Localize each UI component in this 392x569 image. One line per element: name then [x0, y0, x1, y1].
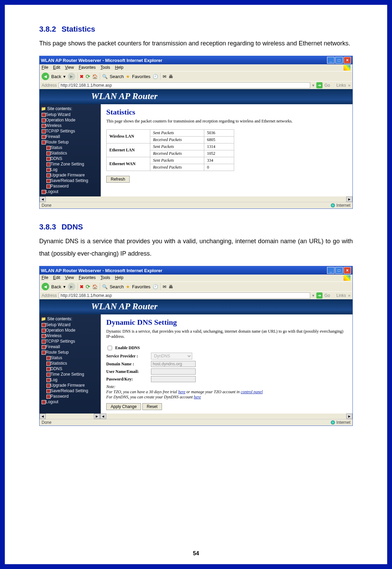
scroll-left-icon[interactable]: ◄: [40, 414, 46, 419]
history-icon[interactable]: 🕘: [153, 74, 158, 79]
sidebar-item-logout[interactable]: Logout: [41, 399, 99, 405]
sidebar-item-timezone[interactable]: Time Zone Setting: [41, 161, 99, 167]
close-icon[interactable]: ×: [344, 57, 351, 64]
scroll-left-icon[interactable]: ◄: [100, 414, 106, 419]
sidebar-item-operation-mode[interactable]: Operation Mode: [41, 328, 99, 333]
home-icon[interactable]: 🏠: [92, 74, 98, 79]
forward-icon[interactable]: ►: [68, 283, 75, 290]
menu-help[interactable]: Help: [115, 275, 123, 281]
provider-select[interactable]: DynDNS: [151, 353, 192, 359]
menu-tools[interactable]: Tools: [100, 275, 110, 281]
refresh-icon[interactable]: ⟳: [86, 283, 90, 290]
sidebar-item-firewall[interactable]: Firewall: [41, 134, 99, 139]
sidebar-item-upgrade[interactable]: Upgrade Firmware: [41, 383, 99, 388]
sidebar-item-setup-wizard[interactable]: Setup Wizard: [41, 322, 99, 328]
sidebar-item-firewall[interactable]: Firewall: [41, 344, 99, 350]
sidebar-item-statistics[interactable]: Statistics: [41, 150, 99, 156]
favorites-label[interactable]: Favorites: [132, 74, 150, 79]
note-link-control-panel[interactable]: control panel: [241, 389, 263, 394]
favorites-icon[interactable]: ★: [126, 74, 130, 79]
menu-help[interactable]: Help: [115, 65, 123, 71]
links-expand-icon[interactable]: »: [348, 83, 350, 88]
search-label[interactable]: Search: [110, 74, 124, 79]
sidebar-item-status[interactable]: Status: [41, 355, 99, 361]
menu-view[interactable]: View: [65, 65, 74, 71]
links-label[interactable]: Links: [336, 83, 346, 88]
address-input[interactable]: http://192.168.1.1/home.asp: [59, 292, 310, 299]
sidebar-item-upgrade[interactable]: Upgrade Firmware: [41, 172, 99, 178]
apply-button[interactable]: Apply Change: [106, 403, 141, 410]
search-icon[interactable]: 🔍: [102, 74, 108, 79]
menu-file[interactable]: File: [42, 65, 48, 71]
scroll-right-icon[interactable]: ►: [346, 196, 352, 202]
minimize-icon[interactable]: _: [327, 267, 335, 274]
menu-view[interactable]: View: [65, 275, 74, 281]
sidebar-item-statistics[interactable]: Statistics: [41, 361, 99, 366]
sidebar-item-ddns[interactable]: DDNS: [41, 156, 99, 161]
back-dropdown-icon[interactable]: ▾: [63, 74, 66, 79]
menu-favorites[interactable]: Favorites: [79, 275, 96, 281]
sidebar-item-timezone[interactable]: Time Zone Setting: [41, 372, 99, 377]
links-expand-icon[interactable]: »: [348, 293, 350, 298]
sidebar-item-status[interactable]: Status: [41, 145, 99, 150]
back-icon[interactable]: ◄: [42, 283, 49, 290]
home-icon[interactable]: 🏠: [92, 284, 98, 289]
refresh-button[interactable]: Refresh: [106, 176, 130, 183]
address-dropdown-icon[interactable]: ▾: [312, 83, 314, 88]
go-label[interactable]: Go: [325, 83, 330, 88]
enable-ddns-checkbox[interactable]: [108, 346, 112, 350]
favorites-icon[interactable]: ★: [126, 284, 130, 289]
back-label[interactable]: Back: [51, 74, 61, 79]
note-link-here[interactable]: here: [178, 389, 185, 394]
sidebar-item-ddns[interactable]: DDNS: [41, 366, 99, 372]
forward-icon[interactable]: ►: [68, 73, 75, 80]
sidebar-item-logout[interactable]: Logout: [41, 189, 99, 194]
scroll-right-icon[interactable]: ►: [94, 414, 100, 419]
domain-input[interactable]: [151, 361, 196, 367]
sidebar-item-savereload[interactable]: Save/Reload Setting: [41, 178, 99, 183]
password-input[interactable]: [151, 376, 196, 382]
sidebar-item-wireless[interactable]: Wireless: [41, 123, 99, 128]
stop-icon[interactable]: ✖: [80, 74, 84, 79]
scroll-right-icon[interactable]: ►: [346, 414, 352, 419]
sidebar-item-setup-wizard[interactable]: Setup Wizard: [41, 112, 99, 117]
minimize-icon[interactable]: _: [327, 57, 335, 64]
links-label[interactable]: Links: [336, 293, 346, 298]
menu-edit[interactable]: Edit: [53, 65, 60, 71]
horizontal-scrollbar[interactable]: ◄ ►: [40, 196, 352, 202]
sidebar-item-route-setup[interactable]: Route Setup: [41, 350, 99, 355]
history-icon[interactable]: 🕘: [153, 284, 158, 289]
search-label[interactable]: Search: [110, 284, 124, 289]
reset-button[interactable]: Reset: [142, 403, 162, 410]
address-input[interactable]: http://192.168.1.1/home.asp: [59, 82, 310, 88]
sidebar-item-log[interactable]: Log: [41, 377, 99, 383]
note-link-here2[interactable]: here: [194, 395, 201, 399]
menu-favorites[interactable]: Favorites: [79, 65, 96, 71]
menu-file[interactable]: File: [42, 275, 48, 281]
go-icon[interactable]: ➔: [316, 292, 323, 299]
sidebar-item-route-setup[interactable]: Route Setup: [41, 139, 99, 145]
back-label[interactable]: Back: [51, 284, 61, 289]
sidebar-item-savereload[interactable]: Save/Reload Setting: [41, 388, 99, 394]
favorites-label[interactable]: Favorites: [132, 284, 150, 289]
sidebar-item-operation-mode[interactable]: Operation Mode: [41, 117, 99, 123]
maximize-icon[interactable]: □: [335, 57, 343, 64]
search-icon[interactable]: 🔍: [102, 284, 108, 289]
back-dropdown-icon[interactable]: ▾: [63, 284, 66, 289]
sidebar-item-wireless[interactable]: Wireless: [41, 333, 99, 339]
address-dropdown-icon[interactable]: ▾: [312, 293, 314, 298]
back-icon[interactable]: ◄: [42, 73, 49, 80]
sidebar-item-tcpip[interactable]: TCP/IP Settings: [41, 339, 99, 344]
print-icon[interactable]: 🖶: [168, 74, 173, 79]
close-icon[interactable]: ×: [344, 267, 351, 274]
mail-icon[interactable]: ✉: [163, 74, 166, 79]
stop-icon[interactable]: ✖: [80, 284, 84, 289]
sidebar-item-tcpip[interactable]: TCP/IP Settings: [41, 128, 99, 134]
go-label[interactable]: Go: [325, 293, 330, 298]
scroll-left-icon[interactable]: ◄: [40, 196, 46, 202]
menu-edit[interactable]: Edit: [53, 275, 60, 281]
print-icon[interactable]: 🖶: [168, 284, 173, 289]
refresh-icon[interactable]: ⟳: [86, 73, 90, 80]
sidebar-item-log[interactable]: Log: [41, 167, 99, 172]
mail-icon[interactable]: ✉: [163, 284, 166, 289]
